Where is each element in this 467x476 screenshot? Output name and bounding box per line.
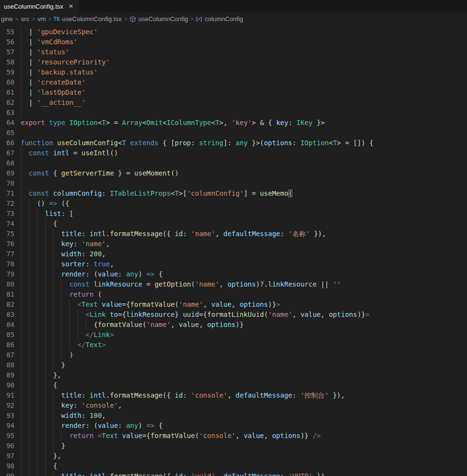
- line-number[interactable]: 96: [0, 441, 14, 451]
- code-line[interactable]: 69 const { getServerTime } = useMoment(): [0, 168, 467, 178]
- code-line[interactable]: 79 render: (value: any) => {: [0, 269, 467, 279]
- line-number[interactable]: 79: [0, 269, 14, 279]
- breadcrumb-item-project[interactable]: gine: [0, 15, 13, 23]
- code-line[interactable]: 72 () => ({: [0, 199, 467, 209]
- code-line[interactable]: 67 const intl = useIntl(): [0, 148, 467, 158]
- code-line[interactable]: 89 },: [0, 370, 467, 380]
- code-line[interactable]: 73 list: [: [0, 209, 467, 219]
- line-number[interactable]: 81: [0, 289, 14, 300]
- code-line[interactable]: 78 sorter: true,: [0, 259, 467, 269]
- line-number[interactable]: 73: [0, 209, 14, 219]
- line-number[interactable]: 88: [0, 360, 14, 370]
- line-number[interactable]: 86: [0, 340, 14, 350]
- line-number[interactable]: 68: [0, 158, 14, 168]
- code-line[interactable]: 65: [0, 128, 467, 138]
- line-number[interactable]: 98: [0, 461, 14, 471]
- line-number[interactable]: 99: [0, 471, 14, 476]
- code-line[interactable]: 76 key: 'name',: [0, 239, 467, 249]
- line-number[interactable]: 92: [0, 401, 14, 411]
- line-number[interactable]: 90: [0, 380, 14, 390]
- code-line[interactable]: 86 </Text>: [0, 340, 467, 350]
- code-line[interactable]: 85 </Link>: [0, 330, 467, 340]
- code-line[interactable]: 70: [0, 178, 467, 188]
- code-line[interactable]: 81 return (: [0, 289, 467, 300]
- code-line[interactable]: 71 const columnConfig: ITableListProps<T…: [0, 188, 467, 199]
- line-number[interactable]: 97: [0, 451, 14, 461]
- line-number[interactable]: 74: [0, 219, 14, 229]
- code-line[interactable]: 61 | 'lastOpDate': [0, 88, 467, 98]
- close-icon[interactable]: ✕: [68, 3, 75, 10]
- line-number[interactable]: 56: [0, 37, 14, 47]
- line-number[interactable]: 83: [0, 310, 14, 320]
- code-line[interactable]: 82 <Text value={formatValue('name', valu…: [0, 300, 467, 310]
- line-number[interactable]: 55: [0, 27, 14, 37]
- line-number[interactable]: 57: [0, 47, 14, 57]
- breadcrumb-item-src[interactable]: src: [21, 15, 30, 23]
- code-line[interactable]: 57 | 'status': [0, 47, 467, 57]
- line-number[interactable]: 69: [0, 168, 14, 178]
- line-number[interactable]: 93: [0, 411, 14, 421]
- line-number[interactable]: 78: [0, 259, 14, 269]
- code-line[interactable]: 64export type IOption<T> = Array<Omit<IC…: [0, 118, 467, 128]
- code-line[interactable]: 99 title: intl.formatMessage({ id: 'uuid…: [0, 471, 467, 476]
- line-number[interactable]: 85: [0, 330, 14, 340]
- code-line[interactable]: 77 width: 200,: [0, 249, 467, 259]
- line-number[interactable]: 82: [0, 300, 14, 310]
- line-number[interactable]: 77: [0, 249, 14, 259]
- code-line[interactable]: 66function useColumnConfig<T extends { […: [0, 138, 467, 148]
- code-line[interactable]: 91 title: intl.formatMessage({ id: 'cons…: [0, 390, 467, 401]
- line-number[interactable]: 84: [0, 320, 14, 330]
- code-line[interactable]: 87 ): [0, 350, 467, 360]
- line-number[interactable]: 80: [0, 279, 14, 289]
- code-line[interactable]: 88 }: [0, 360, 467, 370]
- code-text: ): [21, 350, 74, 360]
- line-number[interactable]: 87: [0, 350, 14, 360]
- line-number[interactable]: 60: [0, 77, 14, 88]
- line-number[interactable]: 66: [0, 138, 14, 148]
- code-line[interactable]: 94 render: (value: any) => {: [0, 421, 467, 431]
- code-line[interactable]: 63: [0, 108, 467, 118]
- breadcrumb-item-vm[interactable]: vm: [37, 15, 46, 23]
- line-number[interactable]: 89: [0, 370, 14, 380]
- code-line[interactable]: 98 {: [0, 461, 467, 471]
- line-number[interactable]: 64: [0, 118, 14, 128]
- line-number[interactable]: 91: [0, 390, 14, 401]
- line-number[interactable]: 71: [0, 188, 14, 199]
- code-line[interactable]: 84 {formatValue('name', value, options)}: [0, 320, 467, 330]
- code-line[interactable]: 92 key: 'console',: [0, 401, 467, 411]
- line-number[interactable]: 67: [0, 148, 14, 158]
- line-number[interactable]: 58: [0, 57, 14, 67]
- code-editor[interactable]: 55 | 'gpuDeviceSpec'56 | 'vmCdRoms'57 | …: [0, 25, 467, 476]
- line-number[interactable]: 70: [0, 178, 14, 188]
- code-line[interactable]: 58 | 'resourcePriority': [0, 57, 467, 67]
- code-line[interactable]: 80 const linkResource = getOption('name'…: [0, 279, 467, 289]
- line-number[interactable]: 95: [0, 431, 14, 441]
- line-number[interactable]: 59: [0, 67, 14, 77]
- code-line[interactable]: 90 {: [0, 380, 467, 390]
- line-number[interactable]: 62: [0, 98, 14, 108]
- code-line[interactable]: 68: [0, 158, 467, 168]
- code-line[interactable]: 96 }: [0, 441, 467, 451]
- line-number[interactable]: 63: [0, 108, 14, 118]
- code-line[interactable]: 74 {: [0, 219, 467, 229]
- code-line[interactable]: 83 <Link to={linkResource} uuid={formatL…: [0, 310, 467, 320]
- line-number[interactable]: 65: [0, 128, 14, 138]
- code-line[interactable]: 93 width: 100,: [0, 411, 467, 421]
- code-line[interactable]: 56 | 'vmCdRoms': [0, 37, 467, 47]
- breadcrumb-item-file[interactable]: useColumnConfig.tsx: [62, 15, 122, 23]
- breadcrumb-item-function[interactable]: useColumnConfig: [138, 15, 189, 23]
- code-line[interactable]: 75 title: intl.formatMessage({ id: 'name…: [0, 229, 467, 239]
- code-line[interactable]: 55 | 'gpuDeviceSpec': [0, 27, 467, 37]
- line-number[interactable]: 75: [0, 229, 14, 239]
- line-number[interactable]: 72: [0, 199, 14, 209]
- line-number[interactable]: 94: [0, 421, 14, 431]
- code-line[interactable]: 59 | 'backup.status': [0, 67, 467, 77]
- tab-usecolumnconfig[interactable]: useColumnConfig.tsx ✕: [0, 0, 79, 13]
- code-line[interactable]: 62 | '__action__': [0, 98, 467, 108]
- code-line[interactable]: 97 },: [0, 451, 467, 461]
- code-line[interactable]: 95 return <Text value={formatValue('cons…: [0, 431, 467, 441]
- breadcrumb-item-symbol[interactable]: columnConfig: [204, 15, 244, 23]
- line-number[interactable]: 76: [0, 239, 14, 249]
- line-number[interactable]: 61: [0, 88, 14, 98]
- code-line[interactable]: 60 | 'createDate': [0, 77, 467, 88]
